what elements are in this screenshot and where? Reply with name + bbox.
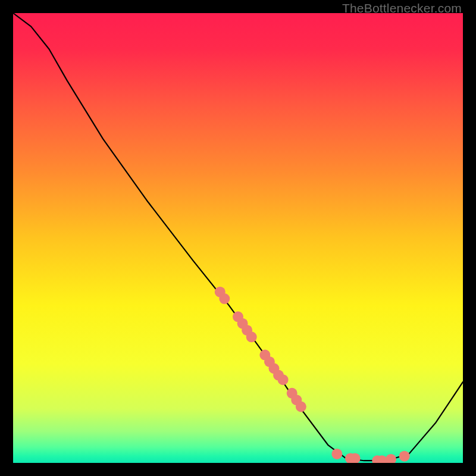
- data-point: [278, 374, 289, 385]
- data-point: [219, 293, 230, 304]
- data-point: [331, 449, 342, 459]
- data-point: [246, 331, 257, 342]
- data-point: [296, 402, 306, 412]
- chart-plot: [13, 13, 463, 463]
- chart-background: [13, 13, 463, 463]
- chart-frame: [13, 13, 463, 463]
- data-point: [399, 451, 410, 462]
